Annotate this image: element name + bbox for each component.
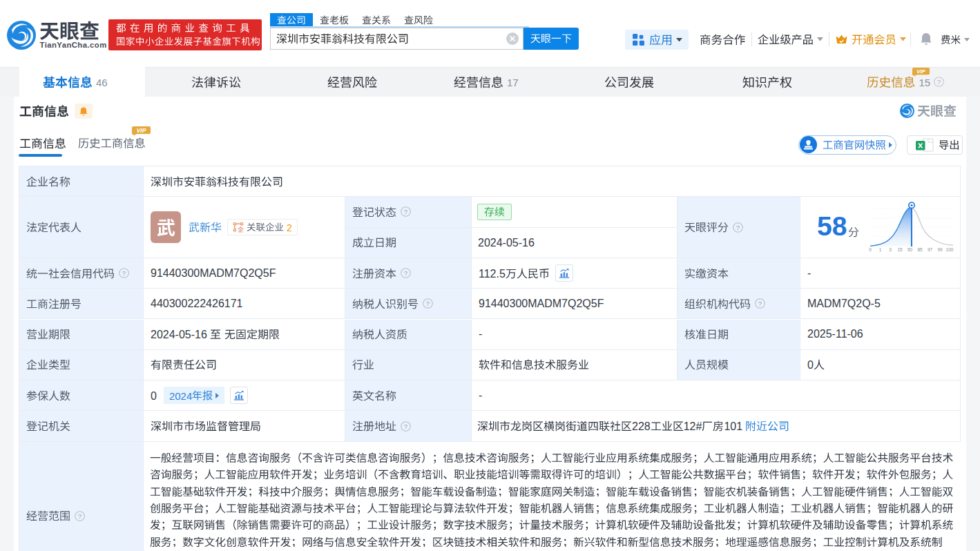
svg-text:?: ? [758, 300, 762, 307]
svg-text:99: 99 [937, 247, 943, 252]
svg-text:?: ? [404, 422, 407, 429]
svg-text:?: ? [78, 512, 81, 519]
svg-text:85: 85 [917, 247, 923, 252]
svg-text:?: ? [937, 78, 941, 86]
svg-text:15: 15 [897, 247, 903, 252]
svg-text:?: ? [426, 300, 430, 307]
svg-text:100: 100 [946, 247, 954, 252]
svg-text:50: 50 [907, 247, 913, 252]
svg-text:?: ? [404, 208, 407, 215]
svg-text:VIP: VIP [137, 127, 146, 134]
svg-text:VIP: VIP [916, 68, 925, 75]
svg-text:97: 97 [928, 247, 933, 252]
svg-text:1: 1 [879, 247, 882, 252]
svg-text:0: 0 [869, 247, 872, 252]
svg-text:?: ? [404, 269, 407, 277]
svg-text:?: ? [122, 269, 126, 277]
svg-text:3: 3 [889, 247, 892, 252]
svg-text:?: ? [736, 223, 740, 231]
